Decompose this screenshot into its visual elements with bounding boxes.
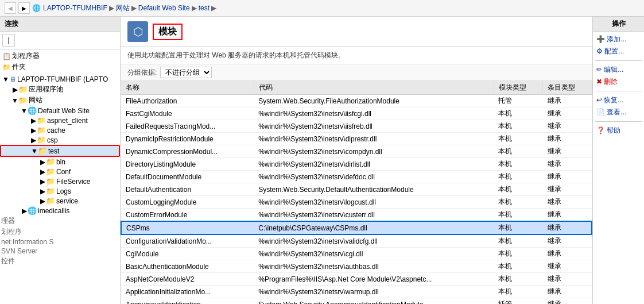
table-row[interactable]: FailedRequestsTracingMod...%windir%\Syst… [121,120,592,133]
table-row[interactable]: DynamicIpRestrictionModule%windir%\Syste… [121,133,592,145]
sidebar-item-aspnet[interactable]: ▶ 📁 aspnet_client [0,116,120,125]
sidebar-item-conf[interactable]: ▶ 📁 Conf [0,167,120,176]
table-row[interactable]: CSPmsC:\inetpub\CSPGateway\CSPms.dll本机继承 [121,221,592,234]
help-action[interactable]: ❓ 帮助 [595,125,642,136]
test-icon: 📁 [38,147,47,155]
sidebar-toolbar-btn[interactable]: | [2,34,15,47]
cache-icon: 📁 [37,126,46,134]
table-row[interactable]: DefaultAuthenticationSystem.Web.Security… [121,183,592,196]
sidebar-item-imedicallis[interactable]: ▶ 🌐 imedicallis [0,206,120,216]
sidebar-item-logs[interactable]: ▶ 📁 Logs [0,186,120,196]
notes-action[interactable]: 📄 查看... [595,107,642,118]
sidebar-item-defaultsite[interactable]: ▼ 🌐 Default Web Site [0,106,120,116]
table-row[interactable]: CustomErrorModule%windir%\System32\inets… [121,209,592,222]
restore-action[interactable]: ↩ 恢复... [595,95,642,106]
sidebar-item-apppool[interactable]: ▶ 📁 应用程序池 [0,84,120,95]
sidebar-item-fileservice[interactable]: ▶ 📁 FileService [0,176,120,186]
breadcrumb-icon: 🌐 [32,4,41,12]
fileservice-icon: 📁 [46,177,55,186]
sidebar-item-laptop[interactable]: ▼ 🖥 LAPTOP-TFUMHBIF (LAPTO [0,75,120,84]
add-action[interactable]: ➕ 添加... [595,34,642,45]
edit-action[interactable]: ✏ 编辑... [595,64,642,75]
table-row[interactable]: CgiModule%windir%\System32\inetsrv\cgi.d… [121,248,592,260]
right-panel: 操作 ➕ 添加... ⚙ 配置... ✏ 编辑... ✖ 删除 ↩ 恢复... … [592,17,644,304]
table-row[interactable]: ApplicationInitializationMo...%windir%\S… [121,286,592,298]
content-area: 连接 | 📋 划程序器 📁 件夹 ▼ 🖥 LA [0,17,644,304]
breadcrumb-item-4[interactable]: test [199,4,210,12]
table-row[interactable]: FileAuthorizationSystem.Web.Security.Fil… [121,95,592,107]
table-row[interactable]: FastCgiModule%windir%\System32\inetsrv\i… [121,107,592,120]
main-panel: ⬡ 模块 使用此功能配置用于处理对 Web 服务器的请求的本机和托管代码模块。 … [121,17,592,304]
filter-label: 分组依据: [127,68,157,78]
main-header: ⬡ 模块 [121,17,592,47]
sidebar-item-planning[interactable]: 📋 划程序器 [0,51,120,61]
sidebar-item-iis[interactable]: net Information S [0,237,120,247]
col-entry[interactable]: 条目类型 [543,81,592,95]
breadcrumb-item-3[interactable]: Default Web Site [138,4,190,12]
action-divider-1 [595,60,642,61]
right-panel-actions: ➕ 添加... ⚙ 配置... ✏ 编辑... ✖ 删除 ↩ 恢复... 📄 查… [593,32,644,138]
sidebar-item-svn[interactable]: SVN Server [0,247,120,256]
filter-bar: 分组依据: 不进行分组 [121,64,592,81]
sidebar-item-controls[interactable]: 控件 [0,256,120,267]
sidebar-item-manager[interactable]: 理器 [0,216,120,226]
table-row[interactable]: CustomLoggingModule%windir%\System32\ine… [121,196,592,209]
sidebar-item-csp[interactable]: ▶ 📁 csp [0,135,120,145]
server-icon: 🖥 [9,75,16,83]
back-button[interactable]: ◀ [5,2,16,14]
sidebar-item-test[interactable]: ▼ 📁 test [0,145,120,157]
logs-icon: 📁 [46,187,55,195]
breadcrumb: LAPTOP-TFUMHBIF ▶ 网站 ▶ Default Web Site … [43,3,216,13]
conf-icon: 📁 [46,167,55,176]
sidebar-item-service[interactable]: ▶ 📁 service [0,196,120,206]
csp-icon: 📁 [37,136,46,144]
sites-icon: 📁 [18,96,28,105]
bin-icon: 📁 [46,157,55,166]
table-header-row: 名称 代码 模块类型 条目类型 [121,81,592,95]
planning-icon: 📋 [2,52,11,60]
breadcrumb-item-2[interactable]: 网站 [116,3,130,13]
action-divider-3 [595,121,642,122]
files-icon: 📁 [2,63,11,71]
sidebar: 连接 | 📋 划程序器 📁 件夹 ▼ 🖥 LA [0,17,121,304]
main-description: 使用此功能配置用于处理对 Web 服务器的请求的本机和托管代码模块。 [121,47,592,64]
service-icon: 📁 [46,197,55,205]
table-row[interactable]: BasicAuthenticationModule%windir%\System… [121,260,592,273]
sidebar-item-bin[interactable]: ▶ 📁 bin [0,157,120,167]
col-name[interactable]: 名称 [121,81,254,95]
sidebar-tree: 📋 划程序器 📁 件夹 ▼ 🖥 LAPTOP-TFUMHBIF (LAPTO ▶… [0,49,120,304]
right-panel-header: 操作 [593,17,644,32]
table-row[interactable]: AnonymousIdentificationSystem.Web.Securi… [121,298,592,305]
table-row[interactable]: ConfigurationValidationMo...%windir%\Sys… [121,234,592,248]
imedicallis-icon: 🌐 [28,206,37,215]
sidebar-item-files[interactable]: 📁 件夹 [0,61,120,72]
modules-table-container: 名称 代码 模块类型 条目类型 FileAuthorizationSystem.… [121,81,592,304]
apppool-icon: 📁 [18,85,28,94]
breadcrumb-item-1[interactable]: LAPTOP-TFUMHBIF [43,4,107,12]
col-code[interactable]: 代码 [254,81,494,95]
table-row[interactable]: AspNetCoreModuleV2%ProgramFiles%\IIS\Asp… [121,273,592,286]
modules-table: 名称 代码 模块类型 条目类型 FileAuthorizationSystem.… [121,81,592,304]
col-type[interactable]: 模块类型 [494,81,542,95]
sidebar-header: 连接 [0,17,120,32]
table-row[interactable]: DynamicCompressionModul...%windir%\Syste… [121,145,592,158]
filter-select[interactable]: 不进行分组 [160,67,212,78]
config-action[interactable]: ⚙ 配置... [595,46,642,57]
sidebar-item-sites[interactable]: ▼ 📁 网站 [0,95,120,106]
page-title: 模块 [153,24,183,40]
forward-button[interactable]: ▶ [18,2,30,14]
table-row[interactable]: DefaultDocumentModule%windir%\System32\i… [121,171,592,183]
module-icon: ⬡ [127,21,148,42]
defaultsite-icon: 🌐 [28,106,37,115]
sidebar-item-cache[interactable]: ▶ 📁 cache [0,125,120,135]
action-divider-2 [595,91,642,91]
table-row[interactable]: DirectoryListingModule%windir%\System32\… [121,158,592,171]
sidebar-toolbar: | [0,32,120,49]
main-container: ◀ ▶ 🌐 LAPTOP-TFUMHBIF ▶ 网站 ▶ Default Web… [0,0,644,304]
delete-action[interactable]: ✖ 删除 [595,76,642,87]
aspnet-icon: 📁 [37,116,46,125]
breadcrumb-bar: ◀ ▶ 🌐 LAPTOP-TFUMHBIF ▶ 网站 ▶ Default Web… [0,0,644,17]
sidebar-item-programs[interactable]: 划程序 [0,226,120,237]
